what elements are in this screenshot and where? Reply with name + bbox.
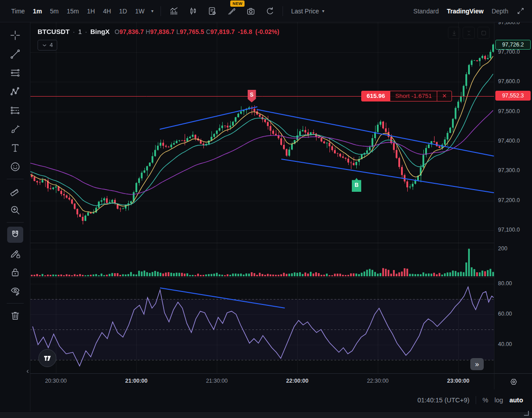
tab-standard[interactable]: Standard [414,8,439,15]
symbol-interval: 1 [78,28,82,36]
price-mode-dropdown[interactable]: Last Price ▾ [291,8,324,15]
price-axis[interactable]: 97,726.2 97,552.3 97,800.097,700.097,600… [494,22,532,373]
time-axis[interactable]: 20:30:0021:00:0021:30:0022:00:0022:30:00… [30,373,494,389]
tv-logo-glyph [43,355,52,362]
tool-horizontal-lines-icon[interactable] [5,63,25,82]
fullscreen-icon[interactable] [516,7,525,15]
timeframe-list: Time1m5m15m1H4H1D1W [7,6,148,17]
chart-tab-group: StandardTradingViewDepth [414,7,525,15]
move-down-icon[interactable] [448,27,460,39]
sell-marker-label: S [250,92,253,102]
ohlc-value: 97,765.5 [180,28,204,35]
bottom-status-bar: 01:40:15 (UTC+9) % log auto [0,389,532,411]
position-line-labels: 615.96 Short -1.6751 ✕ [361,91,452,101]
collapse-icon[interactable] [463,27,475,39]
time-tick-label: 21:30:00 [206,378,228,384]
price-tick-label: 97,700.0 [498,49,520,55]
axis-settings-button[interactable] [494,373,532,389]
timeframe-4h[interactable]: 4H [99,6,115,17]
hidden-indicators-chip[interactable]: 4 [38,40,57,51]
timeframe-1m[interactable]: 1m [29,6,46,17]
timeframe-dropdown-caret[interactable]: ▾ [151,8,153,13]
volume-tick-label: 200 [498,245,507,252]
buy-marker-label: B [355,182,359,192]
footer-strip [0,411,532,418]
clock-timezone[interactable]: 01:40:15 (UTC+9) [418,397,469,404]
refresh-icon[interactable] [262,4,278,18]
legend-symbol-row[interactable]: BTCUSDT · 1 · BingX O97,836.7H97,836.7L9… [38,28,279,36]
ohlc-key: L [176,28,180,35]
price-change: -16.8 [238,28,252,36]
tool-emoji-icon[interactable] [5,157,25,176]
indicators-icon[interactable] [165,4,182,18]
scroll-to-latest-button[interactable]: » [470,358,484,370]
toolbar-divider [160,6,161,16]
price-tick-label: 97,300.0 [498,167,520,173]
timeframe-5m[interactable]: 5m [46,6,63,17]
close-position-button[interactable]: ✕ [437,91,452,101]
rsi-tick-label: 80.00 [498,280,512,287]
tool-drawing-lock-icon[interactable] [5,244,25,263]
drawing-toolbar [0,22,30,411]
tool-magnet-icon[interactable] [7,227,23,243]
tool-divider [7,179,24,179]
rsi-tick-label: 40.00 [498,341,512,347]
symbol-name: BTCUSDT [38,28,70,36]
ohlc-values: O97,836.7H97,836.7L97,765.5C97,819.7 [113,28,235,36]
tool-zoom-in-icon[interactable] [5,201,25,220]
ohlc-value: 97,836.7 [119,28,144,35]
tool-text-icon[interactable] [5,139,25,157]
maximize-icon[interactable] [477,27,490,39]
camera-icon[interactable] [242,4,259,18]
tradingview-logo[interactable] [38,349,56,367]
toolbar-icon-group: NEW [165,4,278,18]
tool-long-short-projection-icon[interactable] [5,101,25,120]
price-tick-label: 97,600.0 [498,78,520,84]
auto-scale-toggle[interactable]: auto [509,397,523,404]
tool-crosshair-icon[interactable] [5,26,25,45]
toolbar-divider [283,6,283,16]
tab-depth[interactable]: Depth [492,8,508,15]
ohlc-key: C [206,28,211,35]
time-tick-label: 22:00:00 [286,378,308,384]
position-amount-label[interactable]: 615.96 [361,91,390,101]
percent-scale-toggle[interactable]: % [482,397,488,404]
time-tick-label: 20:30:00 [45,378,67,384]
price-mode-label: Last Price [291,8,319,15]
resize-handle[interactable] [524,411,529,416]
time-tick-label: 21:00:00 [125,378,148,384]
timeframe-time[interactable]: Time [7,6,29,17]
tool-brush-icon[interactable] [5,120,25,139]
tool-divider [7,303,24,304]
chart-tabs: StandardTradingViewDepth [414,8,508,15]
candle-style-icon[interactable] [185,4,201,18]
last-price-badge: 97,726.2 [495,40,531,50]
gear-icon [509,377,518,386]
candlestick-chart-canvas[interactable] [30,22,494,373]
tool-trend-line-icon[interactable] [5,45,25,63]
tool-hide-drawings-icon[interactable] [5,282,25,300]
tool-ruler-icon[interactable] [5,182,25,201]
tool-xabcd-pattern-icon[interactable] [5,82,25,101]
ohlc-key: H [146,28,150,35]
tool-divider [7,222,24,223]
tool-trash-icon[interactable] [5,306,25,325]
chevron-down-icon [42,43,47,48]
timeframe-1h[interactable]: 1H [83,6,99,17]
pane-button-group [448,27,490,39]
timeframe-1w[interactable]: 1W [131,6,148,17]
position-pnl-label[interactable]: Short -1.6751 [390,91,437,101]
price-tick-label: 97,800.0 [498,22,520,25]
divider [476,396,476,404]
timeframe-1d[interactable]: 1D [115,6,131,17]
tab-tradingview[interactable]: TradingView [447,8,483,15]
template-settings-icon[interactable] [204,4,220,18]
collapse-toolbar-icon[interactable]: ‹ [26,367,29,376]
legend-separator: · [85,28,87,36]
log-scale-toggle[interactable]: log [494,397,503,404]
tool-lock-all-icon[interactable] [5,263,25,282]
draw-tool-icon[interactable]: NEW [223,4,240,18]
rsi-tick-label: 60.00 [498,311,512,317]
top-toolbar: Time1m5m15m1H4H1D1W ▾ NEW Last Price ▾ S… [0,0,532,22]
timeframe-15m[interactable]: 15m [63,6,83,17]
